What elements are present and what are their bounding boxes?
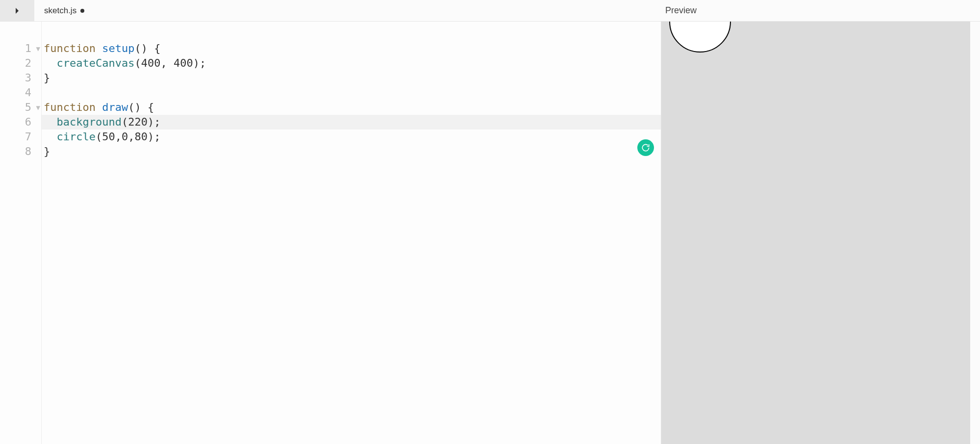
line-number[interactable]: 3: [0, 71, 41, 85]
file-name: sketch.js: [44, 6, 76, 16]
code-line[interactable]: }: [42, 71, 661, 85]
fold-toggle-icon[interactable]: ▼: [36, 100, 40, 115]
code-line[interactable]: [42, 85, 661, 100]
unsaved-dot-icon: [80, 9, 84, 13]
preview-canvas: [661, 22, 970, 444]
file-tab[interactable]: sketch.js: [34, 0, 94, 21]
code-line[interactable]: background(220);: [42, 115, 661, 130]
code-line[interactable]: function draw() {: [42, 100, 661, 115]
line-number[interactable]: 6: [0, 115, 41, 130]
preview-pane: [661, 22, 980, 444]
line-number[interactable]: 8: [0, 144, 41, 159]
line-number[interactable]: 1▼: [0, 41, 41, 56]
preview-header: Preview: [661, 0, 980, 21]
line-number[interactable]: 7: [0, 130, 41, 144]
grammarly-badge-icon[interactable]: [637, 139, 654, 156]
sidebar-toggle-button[interactable]: [0, 0, 34, 21]
code-editor[interactable]: function setup() { createCanvas(400, 400…: [42, 22, 661, 444]
preview-label: Preview: [665, 5, 697, 16]
top-bar: sketch.js Preview: [0, 0, 980, 22]
fold-toggle-icon[interactable]: ▼: [36, 41, 40, 56]
code-line[interactable]: function setup() {: [42, 41, 661, 56]
line-number[interactable]: 5▼: [0, 100, 41, 115]
line-number[interactable]: 2: [0, 56, 41, 71]
chevron-right-icon: [13, 7, 21, 15]
line-number-gutter[interactable]: 1▼2345▼678: [0, 22, 42, 444]
editor-pane: 1▼2345▼678 function setup() { createCanv…: [0, 22, 661, 444]
code-line[interactable]: }: [42, 144, 661, 159]
preview-circle: [669, 22, 731, 52]
code-line[interactable]: createCanvas(400, 400);: [42, 56, 661, 71]
code-line[interactable]: circle(50,0,80);: [42, 130, 661, 144]
line-number[interactable]: 4: [0, 85, 41, 100]
main: 1▼2345▼678 function setup() { createCanv…: [0, 22, 980, 444]
